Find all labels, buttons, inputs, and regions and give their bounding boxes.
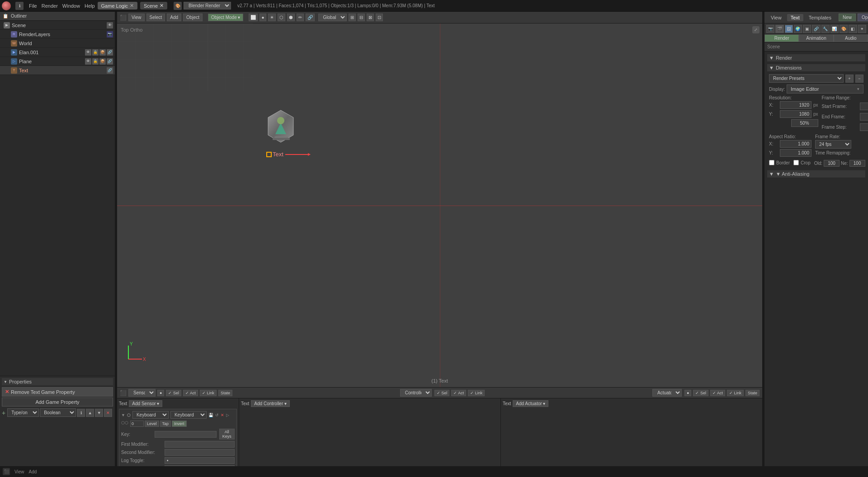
old-input[interactable] xyxy=(824,160,840,167)
act-state[interactable]: State xyxy=(745,390,760,396)
statusbar-view-label[interactable]: View xyxy=(14,469,24,474)
act-link[interactable]: ✓ Link xyxy=(727,390,744,396)
prop-info-icon[interactable]: ℹ xyxy=(77,409,85,417)
prop-add-icon[interactable]: + xyxy=(2,409,5,416)
object-mode-btn[interactable]: Object Mode ▾ xyxy=(208,14,243,21)
key-input[interactable] xyxy=(155,431,217,438)
sensors-toggle[interactable]: Sensors xyxy=(128,389,156,397)
sensor-collapse-icon[interactable]: ⬡ xyxy=(127,413,131,417)
border-checkbox[interactable] xyxy=(769,160,774,165)
logic-view-icon[interactable]: ⬛ xyxy=(120,390,127,396)
sensors-act[interactable]: ✓ Act xyxy=(183,390,198,396)
menu-window[interactable]: Window xyxy=(62,3,80,9)
outliner-item-text[interactable]: T Text 🔗 xyxy=(0,66,115,75)
grid-icon1[interactable]: ⊞ xyxy=(349,14,356,21)
outliner-item-scene[interactable]: ▶ Scene 👁 xyxy=(0,21,115,30)
sensor-skip-input[interactable] xyxy=(130,421,144,427)
sensor-save-icon[interactable]: 💾 xyxy=(208,413,213,417)
ne-input[interactable] xyxy=(849,160,865,167)
camera-prop-icon[interactable]: 📷 xyxy=(766,25,774,33)
prop-bool-select[interactable]: Boolean xyxy=(40,408,76,417)
outliner-item-renderlayers[interactable]: R RenderLayers 📷 xyxy=(0,30,115,39)
tab-text[interactable]: Text xyxy=(787,14,803,21)
elan-vis2-icon[interactable]: 🔒 xyxy=(92,49,99,56)
viewport-icon4[interactable]: ⬡ xyxy=(278,14,285,21)
world-prop-icon[interactable]: 🌍 xyxy=(794,25,802,33)
3d-viewport[interactable]: Top Ortho xyxy=(117,23,762,387)
menu-render[interactable]: Render xyxy=(42,3,58,9)
statusbar-add-label[interactable]: Add xyxy=(29,469,37,474)
anti-aliasing-section-header[interactable]: ▼ ▼ Anti-Aliasing xyxy=(767,170,865,178)
new-button[interactable]: New xyxy=(839,14,856,21)
render-tab-btn[interactable]: Render xyxy=(764,34,799,42)
plane-vis3-icon[interactable]: 📦 xyxy=(99,58,106,65)
menu-help[interactable]: Help xyxy=(85,3,95,9)
object-prop-icon[interactable]: ▣ xyxy=(803,25,811,33)
viewport-select-btn[interactable]: Select xyxy=(146,14,165,21)
plane-vis2-icon[interactable]: 🔒 xyxy=(92,58,99,65)
workspace-pill[interactable]: Game Logic ✕ xyxy=(98,2,137,9)
elan-vis1-icon[interactable]: 👁 xyxy=(85,49,91,56)
viewport-mode-icon[interactable]: ⬛ xyxy=(120,14,127,21)
sensor-expand-more-icon[interactable]: ▷ xyxy=(226,413,229,417)
render-section-header[interactable]: ▼ Render xyxy=(767,54,865,61)
res-x-input[interactable] xyxy=(780,101,811,109)
ctrl-link[interactable]: ✓ Link xyxy=(468,390,485,396)
remove-text-game-property-button[interactable]: ✕ Remove Text Game Property xyxy=(2,387,113,397)
animation-tab-btn[interactable]: Animation xyxy=(799,34,833,42)
sensor-expand-icon[interactable]: ▼ xyxy=(121,413,125,417)
ctrl-act[interactable]: ✓ Act xyxy=(451,390,466,396)
sensors-eye-icon[interactable]: ● xyxy=(157,390,164,396)
frame-step-input[interactable] xyxy=(860,123,868,131)
sensor-refresh-icon[interactable]: ↺ xyxy=(215,413,219,417)
dimensions-section-header[interactable]: ▼ Dimensions xyxy=(767,64,865,71)
crop-checkbox[interactable] xyxy=(793,160,799,165)
sensors-sel[interactable]: ✓ Sel xyxy=(166,390,181,396)
tap-button[interactable]: Tap xyxy=(160,421,171,427)
act-act[interactable]: ✓ Act xyxy=(710,390,725,396)
sensors-link[interactable]: ✓ Link xyxy=(200,390,217,396)
audio-tab-btn[interactable]: Audio xyxy=(834,34,868,42)
scene-vis-icon[interactable]: 👁 xyxy=(107,22,113,28)
log-toggle-input[interactable] xyxy=(165,457,235,464)
viewport-icon2[interactable]: ● xyxy=(259,14,266,21)
open-button[interactable]: Open xyxy=(858,14,868,21)
add-sensor-button[interactable]: Add Sensor ▾ xyxy=(129,400,162,407)
start-frame-input[interactable] xyxy=(860,103,868,110)
aspect-y-input[interactable] xyxy=(780,149,811,157)
blender-info-icon[interactable]: ℹ xyxy=(15,2,24,10)
invert-button[interactable]: Invert xyxy=(172,421,187,427)
viewport-icon7[interactable]: 🔗 xyxy=(306,14,315,21)
sensor-close-icon[interactable]: ✕ xyxy=(221,413,224,417)
presets-remove-icon[interactable]: − xyxy=(855,75,863,83)
tab-view[interactable]: View xyxy=(767,14,785,21)
workspace-close-icon[interactable]: ✕ xyxy=(130,3,134,9)
sensors-state[interactable]: State xyxy=(218,390,232,396)
grid-icon2[interactable]: ⊟ xyxy=(358,14,365,21)
material-prop-icon[interactable]: 🎨 xyxy=(840,25,848,33)
outliner-item-plane[interactable]: ▷ Plane 👁 🔒 📦 🔗 xyxy=(0,57,115,66)
first-modifier-input[interactable] xyxy=(165,441,235,448)
add-controller-button[interactable]: Add Controller ▾ xyxy=(251,400,290,407)
viewport-object-btn[interactable]: Object xyxy=(183,14,203,21)
fps-select[interactable]: 24 fps xyxy=(815,140,851,149)
render-btn-icon[interactable]: 📷 xyxy=(107,31,113,37)
aspect-x-input[interactable] xyxy=(780,140,811,148)
sensor-type-select[interactable]: Keyboard xyxy=(132,411,169,419)
ctrl-sel[interactable]: ✓ Sel xyxy=(434,390,450,396)
res-y-input[interactable] xyxy=(780,110,811,118)
end-frame-input[interactable] xyxy=(860,113,868,121)
add-game-property-button[interactable]: Add Game Property xyxy=(2,398,113,407)
act-sel[interactable]: ✓ Sel xyxy=(693,390,708,396)
texture-prop-icon[interactable]: ◧ xyxy=(849,25,857,33)
text-vis1-icon[interactable]: 🔗 xyxy=(107,67,113,74)
act-eye[interactable]: ● xyxy=(684,390,691,396)
presets-add-icon[interactable]: + xyxy=(845,75,854,83)
menu-file[interactable]: File xyxy=(29,3,37,9)
elan-vis3-icon[interactable]: 📦 xyxy=(99,49,106,56)
prop-down-icon[interactable]: ▼ xyxy=(95,409,103,417)
image-editor-display[interactable]: Image Editor ▾ xyxy=(787,84,863,94)
scene-prop-icon[interactable]: 🎬 xyxy=(775,25,783,33)
render-presets-select[interactable]: Render Presets xyxy=(769,74,844,83)
scene-pill[interactable]: Scene ✕ xyxy=(140,2,167,9)
